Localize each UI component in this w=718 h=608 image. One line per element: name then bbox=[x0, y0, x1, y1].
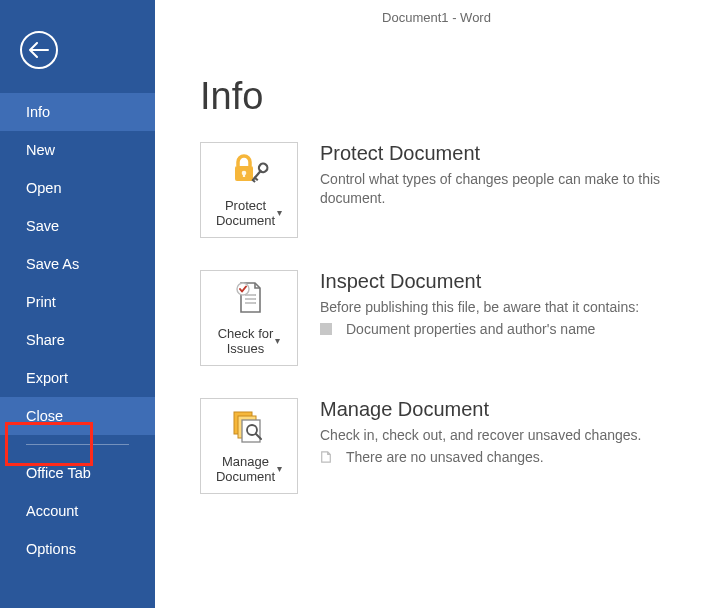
inspect-desc: Before publishing this file, be aware th… bbox=[320, 298, 700, 317]
sidebar-item-label: Info bbox=[26, 104, 50, 120]
tile-label-text: Manage Document bbox=[216, 454, 275, 485]
back-button[interactable] bbox=[20, 31, 58, 69]
sidebar-item-label: Options bbox=[26, 541, 76, 557]
protect-heading: Protect Document bbox=[320, 142, 700, 165]
inspect-bullet-text: Document properties and author's name bbox=[346, 321, 595, 337]
inspect-heading: Inspect Document bbox=[320, 270, 700, 293]
sidebar-item-label: New bbox=[26, 142, 55, 158]
sidebar-item-label: Close bbox=[26, 408, 63, 424]
document-small-icon bbox=[320, 451, 332, 463]
check-for-issues-button[interactable]: Check for Issues▾ bbox=[200, 270, 298, 366]
section-manage: Manage Document▾ Manage Document Check i… bbox=[200, 398, 718, 494]
svg-rect-2 bbox=[243, 173, 245, 177]
section-inspect: Check for Issues▾ Inspect Document Befor… bbox=[200, 270, 718, 366]
sidebar-item-save-as[interactable]: Save As bbox=[0, 245, 155, 283]
main-content: Document1 - Word Info Protect bbox=[155, 0, 718, 608]
backstage-sidebar: Info New Open Save Save As Print Share E… bbox=[0, 0, 155, 608]
tile-label-text: Protect Document bbox=[216, 198, 275, 229]
chevron-down-icon: ▾ bbox=[277, 207, 282, 219]
sidebar-item-new[interactable]: New bbox=[0, 131, 155, 169]
sidebar-item-label: Export bbox=[26, 370, 68, 386]
document-stack-magnify-icon bbox=[201, 399, 297, 454]
protect-desc: Control what types of changes people can… bbox=[320, 170, 700, 208]
sidebar-separator bbox=[26, 444, 129, 445]
sidebar-item-print[interactable]: Print bbox=[0, 283, 155, 321]
document-check-icon bbox=[201, 271, 297, 326]
sidebar-item-label: Open bbox=[26, 180, 61, 196]
sidebar-item-open[interactable]: Open bbox=[0, 169, 155, 207]
manage-heading: Manage Document bbox=[320, 398, 700, 421]
chevron-down-icon: ▾ bbox=[277, 463, 282, 475]
svg-rect-11 bbox=[320, 323, 332, 335]
sidebar-item-export[interactable]: Export bbox=[0, 359, 155, 397]
back-arrow-icon bbox=[29, 42, 49, 58]
tile-label-text: Check for Issues bbox=[218, 326, 274, 357]
sidebar-item-label: Office Tab bbox=[26, 465, 91, 481]
sidebar-item-office-tab[interactable]: Office Tab bbox=[0, 454, 155, 492]
section-protect: Protect Document▾ Protect Document Contr… bbox=[200, 142, 718, 238]
sidebar-item-save[interactable]: Save bbox=[0, 207, 155, 245]
sidebar-item-label: Account bbox=[26, 503, 78, 519]
lock-key-icon bbox=[201, 143, 297, 198]
manage-document-button[interactable]: Manage Document▾ bbox=[200, 398, 298, 494]
sidebar-item-label: Save As bbox=[26, 256, 79, 272]
manage-bullet-text: There are no unsaved changes. bbox=[346, 449, 544, 465]
page-title: Info bbox=[200, 75, 718, 118]
protect-document-button[interactable]: Protect Document▾ bbox=[200, 142, 298, 238]
manage-desc: Check in, check out, and recover unsaved… bbox=[320, 426, 700, 445]
chevron-down-icon: ▾ bbox=[275, 335, 280, 347]
sidebar-item-account[interactable]: Account bbox=[0, 492, 155, 530]
sidebar-item-info[interactable]: Info bbox=[0, 93, 155, 131]
inspect-bullet-row: Document properties and author's name bbox=[320, 321, 700, 337]
sidebar-item-label: Share bbox=[26, 332, 65, 348]
window-title: Document1 - Word bbox=[155, 0, 718, 25]
sidebar-item-label: Print bbox=[26, 294, 56, 310]
sidebar-item-share[interactable]: Share bbox=[0, 321, 155, 359]
manage-bullet-row: There are no unsaved changes. bbox=[320, 449, 700, 465]
sidebar-item-close[interactable]: Close bbox=[0, 397, 155, 435]
sidebar-item-options[interactable]: Options bbox=[0, 530, 155, 568]
square-bullet-icon bbox=[320, 323, 332, 335]
sidebar-item-label: Save bbox=[26, 218, 59, 234]
